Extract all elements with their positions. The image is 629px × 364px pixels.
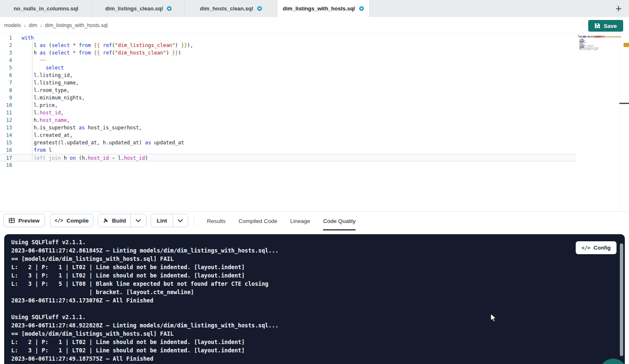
terminal-scrollbar-thumb[interactable] xyxy=(620,243,623,356)
code-line-text[interactable]: l.price, xyxy=(12,102,58,109)
code-line[interactable]: 12 h.host_name, xyxy=(0,116,576,124)
line-number: 10 xyxy=(0,102,12,109)
code-line-text[interactable]: with xyxy=(12,34,34,42)
save-icon xyxy=(594,23,600,29)
tab-bar-tabs: no_nulls_in_columns.sqldim_listings_clea… xyxy=(0,0,370,17)
hammer-icon xyxy=(102,218,109,224)
line-number: 1 xyxy=(0,34,12,42)
panel-tab-code-quality[interactable]: Code Quality xyxy=(323,212,356,230)
code-line-text[interactable]: l.listing_id, xyxy=(12,72,73,79)
line-number: 5 xyxy=(0,64,12,72)
code-line-text[interactable] xyxy=(12,57,22,64)
minimap-line xyxy=(578,50,608,51)
overview-ruler-position-marker xyxy=(619,103,629,104)
file-tab[interactable]: dim_listings_with_hosts.sql xyxy=(277,0,370,17)
modified-indicator-dot xyxy=(167,6,172,11)
code-line[interactable]: 7 l.listing_name, xyxy=(0,79,576,87)
code-line[interactable]: 18 xyxy=(0,161,576,169)
line-number: 9 xyxy=(0,94,12,102)
lint-split-button: Lint xyxy=(151,214,188,227)
code-line[interactable]: 2 l as (select * from {{ ref("dim_listin… xyxy=(0,42,576,49)
code-line[interactable]: 14 l.created_at, xyxy=(0,131,576,139)
compile-label: Compile xyxy=(67,218,89,224)
terminal-line: 2023-06-06T11:27:43.173076Z – All Finish… xyxy=(11,296,278,305)
help-chat-bubble[interactable] xyxy=(599,359,625,364)
modified-indicator-dot xyxy=(359,6,364,11)
code-line[interactable]: 6 l.listing_id, xyxy=(0,72,576,79)
code-line-text[interactable]: l.minimum_nights, xyxy=(12,94,85,102)
code-line[interactable]: 8 l.room_type, xyxy=(0,87,576,94)
code-line[interactable]: 5 select xyxy=(0,64,576,72)
line-number: 2 xyxy=(0,42,12,49)
terminal-panel: Using SQLFluff v2.1.1.2023-06-06T11:27:4… xyxy=(4,234,625,364)
breadcrumb-item[interactable]: dim_listings_with_hosts.sql xyxy=(45,22,108,28)
terminal-line: L: 3 | P: 1 | LT02 | Line should not be … xyxy=(11,271,278,280)
file-tab[interactable]: dim_listings_clean.sql xyxy=(92,0,185,17)
line-number: 8 xyxy=(0,87,12,94)
terminal-line: == [models/dim/dim_listings_with_hosts.s… xyxy=(11,329,278,338)
code-line[interactable]: 16 from l xyxy=(0,146,576,154)
file-tab-label: dim_hosts_clean.sql xyxy=(200,5,253,12)
code-line-text[interactable]: l as (select * from {{ ref("dim_listings… xyxy=(12,42,193,49)
file-tab[interactable]: dim_hosts_clean.sql xyxy=(185,0,277,17)
code-line-text[interactable]: h.is_superhost as host_is_superhost, xyxy=(12,124,142,131)
panel-tab-lineage[interactable]: Lineage xyxy=(290,212,310,230)
new-tab-button[interactable]: + xyxy=(612,0,626,17)
code-line-text[interactable]: l.created_at, xyxy=(12,131,73,139)
terminal-line: 2023-06-06T11:27:48.922828Z – Linting mo… xyxy=(11,321,278,329)
breadcrumb-item[interactable]: models xyxy=(4,22,21,28)
line-number: 12 xyxy=(0,116,12,124)
code-line-text[interactable]: h.host_name, xyxy=(12,116,70,124)
line-number: 16 xyxy=(0,146,12,154)
build-dropdown-button[interactable] xyxy=(131,214,146,227)
lint-dropdown-button[interactable] xyxy=(173,214,188,227)
preview-button[interactable]: Preview xyxy=(3,214,45,227)
compile-button[interactable]: </> Compile xyxy=(50,214,93,227)
code-editor[interactable]: 1with2 l as (select * from {{ ref("dim_l… xyxy=(0,34,629,211)
config-button[interactable]: </> Config xyxy=(576,241,617,254)
code-line[interactable]: 15 greatest(l.updated_at, h.updated_at) … xyxy=(0,139,576,146)
code-line-text[interactable] xyxy=(12,161,22,169)
code-line[interactable]: 9 l.minimum_nights, xyxy=(0,94,576,102)
minimap[interactable] xyxy=(578,35,608,51)
table-grid-icon xyxy=(9,218,15,223)
panel-tab-results[interactable]: Results xyxy=(207,212,226,230)
line-number: 14 xyxy=(0,131,12,139)
code-line[interactable]: 17 left join h on (h.host_id = l.host_id… xyxy=(0,154,576,161)
code-brackets-icon: </> xyxy=(55,218,63,223)
build-split-button: Build xyxy=(98,214,147,227)
file-tab-bar: no_nulls_in_columns.sqldim_listings_clea… xyxy=(0,0,629,17)
line-number: 18 xyxy=(0,161,12,169)
file-tab[interactable]: no_nulls_in_columns.sql xyxy=(0,0,92,17)
save-button[interactable]: Save xyxy=(588,20,623,32)
terminal-output[interactable]: Using SQLFluff v2.1.1.2023-06-06T11:27:4… xyxy=(11,238,278,363)
code-line[interactable]: 1with xyxy=(0,34,576,42)
line-number: 7 xyxy=(0,79,12,87)
breadcrumb-item[interactable]: dim xyxy=(29,22,37,28)
line-number: 11 xyxy=(0,109,12,116)
overview-ruler-error-marker[interactable] xyxy=(624,43,629,47)
code-line-text[interactable]: select xyxy=(12,64,64,72)
lint-button[interactable]: Lint xyxy=(151,214,173,227)
code-line[interactable]: 10 l.price, xyxy=(0,102,576,109)
line-number: 3 xyxy=(0,49,12,57)
build-label: Build xyxy=(112,218,126,224)
line-number: 6 xyxy=(0,72,12,79)
code-line[interactable]: 4 xyxy=(0,57,576,64)
code-line-text[interactable]: l.host_id, xyxy=(12,109,64,116)
file-tab-label: dim_listings_with_hosts.sql xyxy=(283,5,355,12)
code-line[interactable]: 11 l.host_id, xyxy=(0,109,576,116)
code-line-text[interactable]: l.listing_name, xyxy=(12,79,79,87)
build-button[interactable]: Build xyxy=(98,214,130,227)
terminal-line: Using SQLFluff v2.1.1. xyxy=(11,313,278,321)
lint-label: Lint xyxy=(157,218,167,224)
code-line-text[interactable]: greatest(l.updated_at, h.updated_at) as … xyxy=(12,139,184,146)
panel-tab-compiled-code[interactable]: Compiled Code xyxy=(239,212,277,230)
terminal-line: L: 2 | P: 1 | LT02 | Line should not be … xyxy=(11,263,278,271)
terminal-line xyxy=(11,305,278,313)
code-line-text[interactable]: l.room_type, xyxy=(12,87,70,94)
code-line-text[interactable]: h as (select * from {{ ref("dim_hosts_cl… xyxy=(12,49,181,57)
code-line[interactable]: 13 h.is_superhost as host_is_superhost, xyxy=(0,124,576,131)
chevron-down-icon xyxy=(136,219,141,222)
code-line[interactable]: 3 h as (select * from {{ ref("dim_hosts_… xyxy=(0,49,576,57)
